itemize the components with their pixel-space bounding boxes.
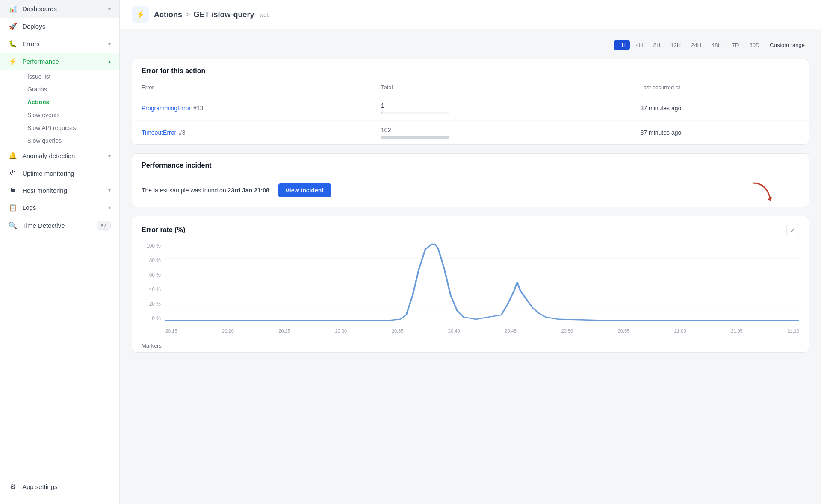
performance-sub-menu: Issue list Graphs Actions Slow events Sl… — [0, 70, 119, 147]
sidebar-item-time-detective[interactable]: 🔍 Time Detective ⌘/ — [0, 216, 119, 234]
sidebar-item-label: Deploys — [22, 23, 45, 30]
error-link[interactable]: ProgrammingError — [142, 105, 191, 112]
sidebar-item-label: Logs — [22, 204, 36, 211]
host-icon: 🖥 — [9, 186, 17, 194]
sidebar-item-deploys[interactable]: 🚀 Deploys — [0, 18, 119, 35]
anomaly-icon: 🔔 — [9, 152, 17, 160]
col-error: Error — [132, 81, 372, 96]
sidebar-sub-graphs[interactable]: Graphs — [22, 83, 119, 96]
incident-title: Performance incident — [132, 154, 809, 175]
x-label: 20:15 — [165, 328, 177, 333]
errors-icon: 🐛 — [9, 40, 17, 48]
x-label: 20:20 — [222, 328, 234, 333]
x-label: 20:55 — [618, 328, 630, 333]
sidebar-sub-slow-queries[interactable]: Slow queries — [22, 134, 119, 147]
sidebar-item-host[interactable]: 🖥 Host monitoring ▾ — [0, 182, 119, 199]
sidebar-sub-slow-events[interactable]: Slow events — [22, 109, 119, 121]
y-label: 0 % — [142, 315, 161, 321]
sidebar-item-label: Dashboards — [22, 5, 57, 12]
time-btn-custom[interactable]: Custom range — [765, 40, 809, 50]
chart-x-labels: 20:15 20:20 20:25 20:30 20:35 20:40 20:4… — [165, 328, 799, 333]
progress-bar — [381, 112, 449, 114]
last-occurred-cell: 37 minutes ago — [631, 121, 809, 145]
error-section-title: Error for this action — [132, 59, 809, 81]
breadcrumb: Actions > GET /slow-query web — [154, 10, 269, 19]
sidebar-item-label: Anomaly detection — [22, 152, 75, 159]
x-label: 20:40 — [448, 328, 460, 333]
y-label: 60 % — [142, 272, 161, 278]
error-id: #8 — [179, 129, 186, 136]
error-id: #13 — [193, 105, 203, 112]
x-label: 20:50 — [561, 328, 573, 333]
sidebar-sub-slow-api[interactable]: Slow API requests — [22, 121, 119, 134]
sidebar-item-label: Performance — [22, 58, 59, 65]
dashboards-icon: 📊 — [9, 5, 17, 13]
sidebar-sub-issue-list[interactable]: Issue list — [22, 70, 119, 83]
progress-fill — [381, 112, 382, 114]
time-btn-8h[interactable]: 8H — [649, 40, 665, 50]
progress-fill — [381, 136, 449, 139]
annotation-arrow — [749, 179, 774, 204]
sidebar-item-label: App settings — [22, 483, 58, 490]
header-icon: ⚡ — [132, 6, 149, 23]
uptime-icon: ⏱ — [9, 169, 17, 177]
chart-header: Error rate (%) ↗ — [132, 216, 809, 236]
time-btn-7d[interactable]: 7D — [728, 40, 744, 50]
incident-card: Performance incident The latest sample w… — [132, 153, 809, 207]
sidebar-item-app-settings[interactable]: ⚙ App settings — [0, 479, 119, 495]
total-value: 1 — [381, 102, 621, 109]
time-btn-12h[interactable]: 12H — [666, 40, 685, 50]
x-label: 21:00 — [674, 328, 686, 333]
chevron-down-icon: ▾ — [108, 153, 111, 159]
chevron-down-icon: ▾ — [108, 41, 111, 47]
chevron-up-icon: ▴ — [108, 59, 111, 65]
sidebar-item-uptime[interactable]: ⏱ Uptime monitoring — [0, 165, 119, 182]
time-btn-1h[interactable]: 1H — [614, 40, 630, 50]
sidebar-item-errors[interactable]: 🐛 Errors ▾ — [0, 35, 119, 53]
chart-title: Error rate (%) — [142, 226, 185, 234]
breadcrumb-current: GET /slow-query — [194, 10, 254, 19]
sidebar-sub-actions[interactable]: Actions — [22, 96, 119, 109]
x-label: 21:10 — [787, 328, 799, 333]
x-label: 20:25 — [278, 328, 290, 333]
time-btn-30d[interactable]: 30D — [745, 40, 764, 50]
chevron-down-icon: ▾ — [108, 205, 111, 211]
deploys-icon: 🚀 — [9, 22, 17, 30]
chart-y-labels: 100 % 80 % 60 % 40 % 20 % 0 % — [142, 243, 161, 321]
sidebar-item-dashboards[interactable]: 📊 Dashboards ▾ — [0, 0, 119, 18]
content-area: 1H 4H 8H 12H 24H 48H 7D 30D Custom range… — [120, 29, 821, 504]
time-range-bar: 1H 4H 8H 12H 24H 48H 7D 30D Custom range — [132, 40, 809, 50]
time-btn-4h[interactable]: 4H — [632, 40, 647, 50]
incident-body: The latest sample was found on 23rd Jan … — [132, 175, 809, 207]
sidebar: 📊 Dashboards ▾ 🚀 Deploys 🐛 Errors ▾ ⚡ Pe… — [0, 0, 120, 504]
chart-plot-area: 100 % 80 % 60 % 40 % 20 % 0 % — [132, 236, 809, 339]
y-label: 80 % — [142, 257, 161, 263]
markers-label: Markers — [132, 339, 809, 352]
breadcrumb-separator: > — [186, 10, 190, 19]
time-btn-48h[interactable]: 48H — [707, 40, 726, 50]
total-cell: 102 — [372, 121, 631, 145]
sidebar-item-performance[interactable]: ⚡ Performance ▴ — [0, 53, 119, 70]
breadcrumb-actions-link[interactable]: Actions — [154, 10, 182, 19]
error-table: Error Total Last occurred at Programming… — [132, 81, 809, 144]
sidebar-item-logs[interactable]: 📋 Logs ▾ — [0, 199, 119, 216]
sidebar-item-label: Host monitoring — [22, 187, 67, 194]
chart-export-button[interactable]: ↗ — [786, 224, 799, 236]
total-cell: 1 — [372, 96, 631, 121]
time-btn-24h[interactable]: 24H — [687, 40, 706, 50]
y-label: 40 % — [142, 286, 161, 292]
last-occurred-cell: 37 minutes ago — [631, 96, 809, 121]
view-incident-button[interactable]: View incident — [278, 183, 331, 197]
sidebar-item-label: Errors — [22, 40, 40, 47]
error-link[interactable]: TimeoutError — [142, 129, 176, 136]
error-section-card: Error for this action Error Total Last o… — [132, 59, 809, 145]
incident-text: The latest sample was found on 23rd Jan … — [142, 187, 271, 194]
chevron-down-icon: ▾ — [108, 187, 111, 193]
col-last-occurred: Last occurred at — [631, 81, 809, 96]
error-cell: ProgrammingError #13 — [132, 96, 372, 121]
x-label: 20:45 — [505, 328, 517, 333]
table-row: TimeoutError #8 102 37 minutes ago — [132, 121, 809, 145]
main-area: ⚡ Actions > GET /slow-query web 1H 4H 8H… — [120, 0, 821, 504]
sidebar-item-anomaly[interactable]: 🔔 Anomaly detection ▾ — [0, 147, 119, 165]
y-label: 100 % — [142, 243, 161, 249]
